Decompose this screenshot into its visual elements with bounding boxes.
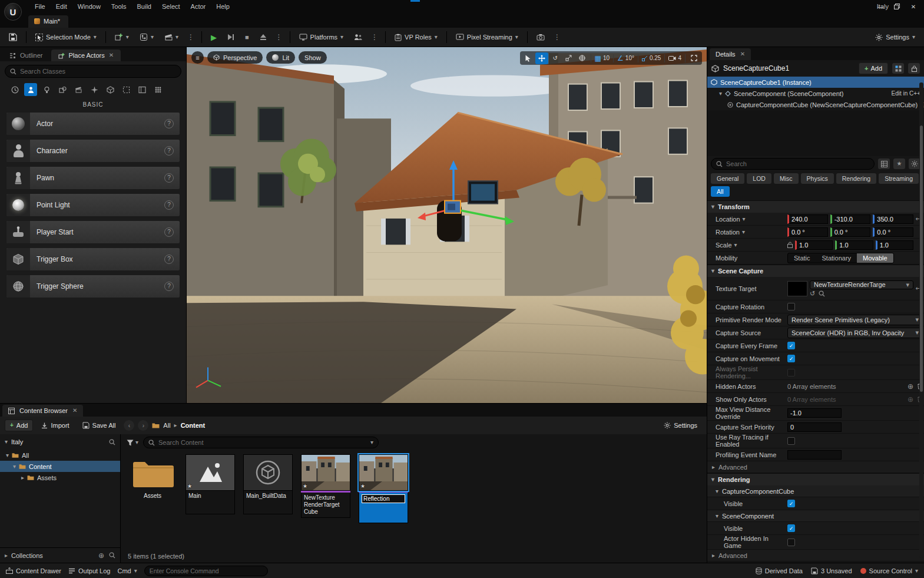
rotation-snap-toggle[interactable]: ∠10° bbox=[615, 52, 636, 64]
scenecomponent-subsection[interactable]: ▾ SceneComponent bbox=[707, 510, 924, 522]
scale-snap-toggle[interactable]: 0.25 bbox=[640, 52, 663, 64]
asset-tile-newtexturerendertargetcube[interactable]: ★ NewTexture RenderTarget Cube bbox=[301, 454, 350, 518]
mobility-static[interactable]: Static bbox=[788, 253, 816, 263]
multi-user-icon[interactable] bbox=[350, 31, 366, 43]
asset-tile-assets-folder[interactable]: Assets bbox=[128, 454, 177, 501]
search-classes-input[interactable] bbox=[20, 68, 176, 75]
cinematics-dropdown[interactable]: ▾ bbox=[160, 31, 183, 44]
visual-effects-category-icon[interactable] bbox=[88, 83, 101, 96]
scrollbar-thumb[interactable] bbox=[920, 125, 923, 392]
scale-lock-icon[interactable] bbox=[787, 242, 793, 248]
close-icon[interactable]: ✕ bbox=[72, 408, 77, 414]
level-viewport[interactable]: ≡ Perspective Lit Show bbox=[187, 47, 707, 403]
scale-tool-icon[interactable] bbox=[562, 52, 575, 64]
basic-category-icon[interactable] bbox=[24, 83, 37, 96]
scene-capture-section-header[interactable]: ▾ Scene Capture bbox=[707, 265, 924, 277]
viewport-menu-icon[interactable]: ≡ bbox=[191, 51, 204, 64]
ray-tracing-checkbox[interactable] bbox=[787, 437, 795, 445]
all-classes-category-icon[interactable] bbox=[151, 83, 164, 96]
profiling-event-name-input[interactable] bbox=[787, 450, 842, 460]
breadcrumb-all[interactable]: All bbox=[163, 422, 170, 429]
filter-all[interactable]: All bbox=[711, 186, 730, 197]
place-actor-item-trigger-sphere[interactable]: Trigger Sphere ? bbox=[6, 275, 180, 298]
lit-dropdown[interactable]: Lit bbox=[266, 51, 295, 64]
tab-outliner[interactable]: Outliner bbox=[2, 49, 50, 61]
editor-mode-dropdown[interactable]: Selection Mode ▾ bbox=[31, 31, 101, 44]
stop-button[interactable]: ■ bbox=[241, 31, 253, 43]
transform-section-header[interactable]: ▾ Transform bbox=[707, 200, 924, 213]
import-button[interactable]: Import bbox=[37, 420, 74, 431]
sources-header[interactable]: ▾ Italy bbox=[0, 434, 120, 450]
place-actor-item-player-start[interactable]: Player Start ? bbox=[6, 220, 180, 244]
content-browser-settings-button[interactable]: Settings bbox=[659, 420, 702, 431]
close-button[interactable]: ✕ bbox=[905, 0, 922, 13]
move-tool-icon[interactable] bbox=[535, 52, 548, 64]
menu-file[interactable]: File bbox=[29, 1, 51, 12]
panel-category-icon[interactable] bbox=[135, 83, 148, 96]
asset-search-box[interactable]: ▾ bbox=[143, 437, 379, 448]
asset-tile-main-builtdata[interactable]: Main_BuiltData bbox=[243, 454, 293, 514]
add-asset-button[interactable]: +Add bbox=[5, 420, 33, 431]
texture-target-thumbnail[interactable] bbox=[787, 281, 807, 296]
add-array-element-icon[interactable]: ⊕ bbox=[908, 383, 913, 390]
close-icon[interactable]: ✕ bbox=[109, 52, 114, 58]
unsaved-changes-button[interactable]: 3 Unsaved bbox=[811, 567, 852, 574]
toolbar-overflow-icon[interactable]: ⋮ bbox=[185, 32, 197, 42]
mobility-movable[interactable]: Movable bbox=[857, 253, 893, 263]
tab-content-browser[interactable]: Content Browser ✕ bbox=[2, 405, 83, 417]
use-selected-asset-icon[interactable]: ↺ bbox=[810, 290, 815, 297]
details-view-options-icon[interactable] bbox=[892, 63, 904, 74]
capture-sort-priority-input[interactable] bbox=[787, 422, 842, 432]
filter-streaming[interactable]: Streaming bbox=[879, 173, 919, 184]
vp-roles-dropdown[interactable]: VP Roles ▾ bbox=[390, 31, 442, 44]
lights-category-icon[interactable] bbox=[40, 83, 53, 96]
tab-main-level[interactable]: Main* bbox=[28, 15, 68, 28]
rotation-x-field[interactable]: 0.0 ° bbox=[787, 227, 828, 237]
settings-dropdown[interactable]: Settings ▾ bbox=[871, 31, 919, 44]
history-back-icon[interactable]: ‹ bbox=[124, 420, 134, 431]
favorites-star-icon[interactable]: ★ bbox=[893, 158, 905, 169]
help-icon[interactable]: ? bbox=[164, 282, 174, 291]
minimize-button[interactable]: — bbox=[872, 0, 889, 13]
search-icon[interactable] bbox=[109, 439, 115, 445]
rotation-label[interactable]: Rotation▾ bbox=[707, 229, 787, 236]
help-icon[interactable]: ? bbox=[164, 227, 174, 237]
add-array-element-icon[interactable]: ⊕ bbox=[908, 396, 913, 403]
details-scrollbar[interactable] bbox=[919, 82, 923, 558]
place-actor-item-trigger-box[interactable]: Trigger Box ? bbox=[6, 247, 180, 271]
component-capturecomponentcube-row[interactable]: CaptureComponentCube (NewSceneCaptureCom… bbox=[707, 99, 924, 110]
menu-select[interactable]: Select bbox=[157, 1, 186, 12]
rendering-section-header[interactable]: ▾ Rendering bbox=[707, 473, 924, 485]
help-icon[interactable]: ? bbox=[164, 200, 174, 210]
unreal-logo-icon[interactable]: U bbox=[4, 3, 22, 21]
visible-checkbox[interactable]: ✓ bbox=[787, 500, 795, 507]
menu-window[interactable]: Window bbox=[72, 1, 106, 12]
filter-physics[interactable]: Physics bbox=[801, 173, 834, 184]
scale-label[interactable]: Scale▾ bbox=[707, 242, 787, 249]
menu-actor[interactable]: Actor bbox=[186, 1, 211, 12]
save-all-button[interactable]: Save All bbox=[78, 420, 121, 431]
place-actor-item-point-light[interactable]: Point Light ? bbox=[6, 193, 180, 217]
component-root-row[interactable]: SceneCaptureCube1 (Instance) bbox=[707, 77, 924, 88]
actor-hidden-checkbox[interactable] bbox=[787, 539, 795, 546]
blueprints-dropdown[interactable]: ▾ bbox=[135, 31, 158, 44]
location-x-field[interactable]: 240.0 bbox=[787, 214, 828, 224]
rename-asset-input[interactable] bbox=[362, 494, 405, 503]
mobility-stationary[interactable]: Stationary bbox=[816, 253, 857, 263]
close-icon[interactable]: ✕ bbox=[740, 51, 745, 57]
grid-snap-toggle[interactable]: ▦10 bbox=[593, 52, 611, 64]
capture-options-icon[interactable]: ⋮ bbox=[551, 32, 563, 42]
eject-button[interactable] bbox=[256, 31, 271, 43]
menu-edit[interactable]: Edit bbox=[51, 1, 72, 12]
content-drawer-button[interactable]: Content Drawer bbox=[6, 567, 61, 574]
frame-skip-button[interactable] bbox=[223, 31, 239, 43]
lock-icon[interactable] bbox=[908, 63, 920, 74]
world-local-toggle-icon[interactable] bbox=[576, 52, 589, 64]
place-actor-item-character[interactable]: Character ? bbox=[6, 139, 180, 163]
help-icon[interactable]: ? bbox=[164, 255, 174, 264]
texture-target-dropdown[interactable]: NewTextureRenderTarge▾ bbox=[810, 280, 913, 289]
menu-build[interactable]: Build bbox=[132, 1, 157, 12]
place-actors-search[interactable] bbox=[5, 65, 181, 78]
details-search-box[interactable] bbox=[711, 158, 875, 170]
volumes-category-icon[interactable] bbox=[120, 83, 133, 96]
